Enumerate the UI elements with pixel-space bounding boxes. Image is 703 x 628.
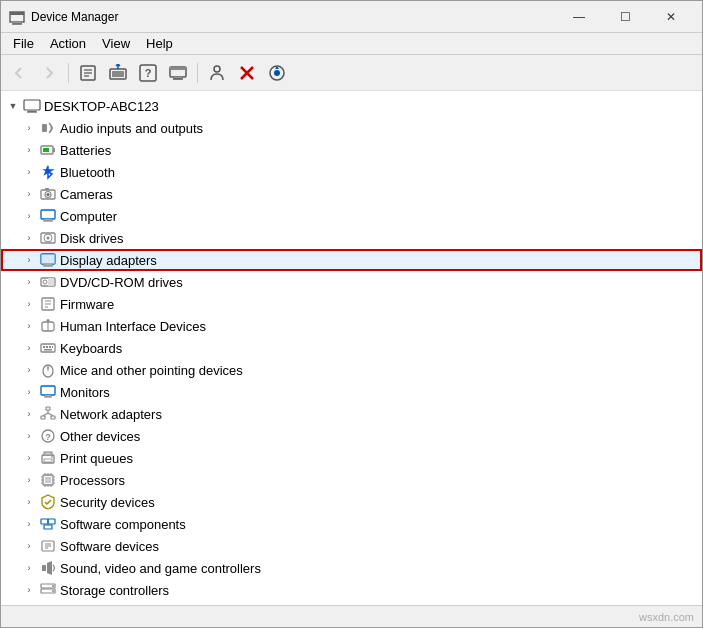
tree-item-disk[interactable]: › Disk drives [1, 227, 702, 249]
expand-processors: › [21, 472, 37, 488]
other-label: Other devices [60, 429, 140, 444]
expand-security: › [21, 494, 37, 510]
title-bar-icon [9, 9, 25, 25]
svg-rect-27 [53, 148, 55, 152]
tree-item-monitors[interactable]: › Monitors [1, 381, 702, 403]
expand-root: ▼ [5, 98, 21, 114]
expand-other: › [21, 428, 37, 444]
tree-item-sound[interactable]: › Sound, video and game controllers [1, 557, 702, 579]
tree-item-storage[interactable]: › Storage controllers [1, 579, 702, 601]
svg-rect-28 [43, 148, 49, 152]
svg-rect-22 [24, 100, 40, 110]
tree-item-swdevices[interactable]: › Software devices [1, 535, 702, 557]
expand-print: › [21, 450, 37, 466]
maximize-button[interactable]: ☐ [602, 1, 648, 33]
tree-item-audio[interactable]: › Audio inputs and outputs [1, 117, 702, 139]
tree-item-root[interactable]: ▼ DESKTOP-ABC123 [1, 95, 702, 117]
tree-item-cameras[interactable]: › Cameras [1, 183, 702, 205]
menu-action[interactable]: Action [42, 34, 94, 54]
uninstall-button[interactable] [233, 59, 261, 87]
network-label: Network adapters [60, 407, 162, 422]
tree-item-other[interactable]: › ? Other devices [1, 425, 702, 447]
storage-label: Storage controllers [60, 583, 169, 598]
svg-line-69 [43, 413, 48, 416]
menu-help[interactable]: Help [138, 34, 181, 54]
toolbar: ? [1, 55, 702, 91]
disk-label: Disk drives [60, 231, 124, 246]
expand-hid: › [21, 318, 37, 334]
expand-disk: › [21, 230, 37, 246]
forward-button[interactable] [35, 59, 63, 87]
svg-rect-53 [41, 344, 55, 352]
svg-rect-91 [41, 519, 48, 524]
storage-icon [39, 581, 57, 599]
close-button[interactable]: ✕ [648, 1, 694, 33]
expand-monitors: › [21, 384, 37, 400]
expand-audio: › [21, 120, 37, 136]
tree-item-network[interactable]: › Network adapters [1, 403, 702, 425]
svg-point-61 [47, 367, 49, 369]
expand-keyboards: › [21, 340, 37, 356]
expand-dvd: › [21, 274, 37, 290]
properties-button[interactable] [74, 59, 102, 87]
root-label: DESKTOP-ABC123 [44, 99, 159, 114]
tree-item-bluetooth[interactable]: › Bluetooth [1, 161, 702, 183]
expand-sound: › [21, 560, 37, 576]
bluetooth-icon [39, 163, 57, 181]
svg-point-45 [43, 280, 47, 284]
menu-view[interactable]: View [94, 34, 138, 54]
tree-item-hid[interactable]: › Human Interface Devices [1, 315, 702, 337]
tree-item-computer[interactable]: › Computer [1, 205, 702, 227]
swcomponent-icon [39, 515, 57, 533]
tree-view[interactable]: ▼ DESKTOP-ABC123 › Audio inputs and [1, 91, 702, 605]
help-button[interactable]: ? [134, 59, 162, 87]
batteries-label: Batteries [60, 143, 111, 158]
minimize-button[interactable]: — [556, 1, 602, 33]
svg-rect-14 [170, 67, 186, 70]
svg-rect-78 [45, 477, 51, 483]
svg-point-31 [47, 193, 50, 196]
keyboards-label: Keyboards [60, 341, 122, 356]
watermark: wsxdn.com [639, 611, 694, 623]
hid-icon [39, 317, 57, 335]
expand-bluetooth: › [21, 164, 37, 180]
keyboard-icon [39, 339, 57, 357]
tree-item-batteries[interactable]: › Batteries [1, 139, 702, 161]
add-hardware-button[interactable] [203, 59, 231, 87]
svg-text:?: ? [45, 432, 51, 442]
firmware-icon [39, 295, 57, 313]
swdevices-label: Software devices [60, 539, 159, 554]
svg-rect-58 [44, 349, 52, 351]
print-label: Print queues [60, 451, 133, 466]
tree-item-swcomponents[interactable]: › Software components [1, 513, 702, 535]
mouse-icon [39, 361, 57, 379]
tree-item-print[interactable]: › Print queues [1, 447, 702, 469]
svg-rect-65 [46, 407, 50, 410]
expand-storage: › [21, 582, 37, 598]
expand-batteries: › [21, 142, 37, 158]
tree-item-dvd[interactable]: › DVD/CD-ROM drives [1, 271, 702, 293]
tree-item-display[interactable]: › Display adapters [1, 249, 702, 271]
svg-rect-44 [48, 278, 54, 286]
audio-label: Audio inputs and outputs [60, 121, 203, 136]
tree-item-mice[interactable]: › Mice and other pointing devices [1, 359, 702, 381]
svg-text:?: ? [145, 67, 152, 79]
svg-rect-25 [42, 124, 47, 132]
menu-file[interactable]: File [5, 34, 42, 54]
svg-rect-1 [10, 12, 24, 15]
back-button[interactable] [5, 59, 33, 87]
display-icon [39, 251, 57, 269]
svg-rect-93 [44, 525, 52, 529]
svg-point-21 [274, 70, 280, 76]
update-driver-button[interactable] [104, 59, 132, 87]
svg-line-70 [48, 413, 53, 416]
update-all-button[interactable] [263, 59, 291, 87]
scan-button[interactable] [164, 59, 192, 87]
tree-item-processors[interactable]: › Proces [1, 469, 702, 491]
tree-item-keyboards[interactable]: › Keyboards [1, 337, 702, 359]
tree-item-security[interactable]: › Security devices [1, 491, 702, 513]
tree-item-firmware[interactable]: › Firmware [1, 293, 702, 315]
expand-display: › [21, 252, 37, 268]
expand-swcomponents: › [21, 516, 37, 532]
processors-label: Processors [60, 473, 125, 488]
